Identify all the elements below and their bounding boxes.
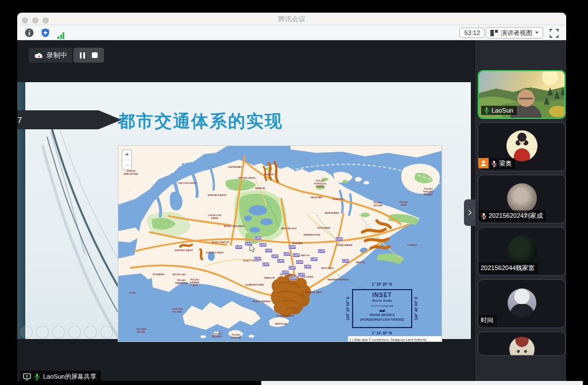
pause-recording-button[interactable]	[80, 52, 85, 59]
erp-gantry-marker: ERP	[271, 254, 279, 259]
inset-lat-top: 1° 29' 30" N	[372, 282, 392, 286]
attribution-text: | Map data © contributors, Singapore Lan…	[353, 338, 427, 341]
slide-nav-control[interactable]	[52, 326, 65, 338]
erp-gantry-marker: ERP	[289, 276, 297, 280]
participant-tile[interactable]: 2021562024刘家成	[478, 175, 566, 224]
recording-status: 录制中	[29, 48, 72, 63]
recording-label: 录制中	[47, 51, 67, 60]
slide-nav-control[interactable]	[36, 326, 49, 338]
map-inset-box: INSET Not to Scale SOUTH CHINA SEA PEDRA…	[352, 289, 412, 328]
slide-nav-control[interactable]	[68, 326, 81, 338]
participant-avatar	[509, 337, 535, 356]
security-shield-icon[interactable]	[40, 28, 51, 38]
erp-gantry-marker: ERP	[262, 262, 270, 267]
erp-gantry-marker: ERP	[292, 253, 300, 257]
map-place-label: BUKIT TIMAH	[243, 260, 260, 263]
participant-name-chip: 2021562024刘家成	[478, 210, 546, 221]
desktop-background: 腾讯会议 53:12 演讲者视图	[0, 0, 588, 385]
participant-name: LaoSun	[492, 107, 513, 114]
erp-gantry-marker: ERP	[259, 242, 267, 247]
chevron-down-icon	[535, 32, 539, 34]
slide-nav-control[interactable]	[84, 326, 97, 338]
zoom-out-button[interactable]: −	[122, 160, 131, 170]
handle-grip-line	[474, 207, 475, 218]
map-place-label: PULAU UBIN	[399, 201, 408, 207]
participant-avatar	[507, 183, 537, 213]
erp-gantry-marker: ERP	[310, 257, 318, 261]
screen-share-text: LaoSun的屏幕共享	[43, 372, 96, 381]
map-place-label: BISHAN	[293, 242, 303, 245]
meeting-window: 腾讯会议 53:12 演讲者视图	[17, 13, 566, 381]
map-place-label: CHANGI	[407, 244, 417, 247]
participant-tile[interactable]	[478, 332, 566, 356]
panel-collapse-handle[interactable]	[464, 199, 475, 226]
participant-avatar	[506, 130, 537, 161]
map-place-label: PULAU SAMULUN	[175, 279, 188, 285]
participant-name-chip: 2021562044魏家富	[478, 263, 538, 274]
erp-gantry-marker: ERP	[318, 249, 326, 253]
stop-recording-button[interactable]	[92, 52, 98, 58]
singapore-map[interactable]: JOHOR (MALAYSIA)LIM CHU KANGSUNGEI KADUT…	[118, 145, 442, 342]
participant-tile[interactable]: 时间	[478, 279, 566, 328]
pedra-branca-island-shape	[379, 309, 386, 312]
map-place-label: BUKIT MERAH	[253, 301, 271, 303]
map-place-label: SUNGEI KADUT	[207, 194, 226, 197]
map-place-label: HOUGANG	[318, 227, 331, 230]
erp-gantry-marker: ERP	[283, 252, 291, 256]
participant-tile[interactable]: LaoSun	[478, 70, 566, 119]
inset-title: INSET	[353, 292, 411, 298]
map-place-label: MARINE EAST	[305, 291, 323, 294]
fullscreen-icon[interactable]	[549, 28, 559, 38]
map-place-label: JOHOR (MALAYSIA)	[123, 170, 138, 176]
erp-gantry-marker: ERP	[335, 237, 343, 241]
participant-name: 2021562044魏家富	[481, 264, 535, 272]
erp-gantry-marker: ERP	[288, 245, 296, 249]
slide-nav-controls	[20, 326, 113, 338]
erp-gantry-marker: ERP	[304, 264, 312, 269]
meeting-info-icon[interactable]	[24, 28, 34, 38]
erp-gantry-marker: ERP	[245, 241, 253, 246]
participant-avatar	[507, 235, 537, 265]
map-place-label: BUKIT BATOK	[212, 241, 229, 244]
participant-avatar	[508, 288, 536, 317]
map-place-label: NEWTON	[280, 274, 291, 276]
map-place-label: SENTOSA	[274, 323, 287, 326]
map-place-label: BOON LAY	[173, 274, 186, 276]
view-mode-dropdown[interactable]: 演讲者视图	[486, 27, 543, 38]
mic-on-icon	[34, 373, 40, 380]
map-place-label: SULTAN SHOAL	[136, 328, 146, 334]
shared-screen: 27 都市交通体系的实现	[17, 82, 471, 339]
map-place-label: TOA PAYOH	[295, 255, 309, 257]
mic-muted-icon	[481, 213, 487, 220]
participant-tile[interactable]: 梁奥	[478, 122, 566, 171]
inset-sea-label: SOUTH CHINA SEA	[365, 305, 400, 307]
map-place-label: PIONEER	[153, 274, 164, 276]
map-place-label: PAYA LEBAR	[336, 244, 352, 247]
zoom-in-button[interactable]: +	[122, 150, 131, 160]
map-place-label: JURONG ISLAND	[172, 308, 183, 314]
map-place-label: PULAU DAMAR LAUT	[190, 279, 199, 287]
slide-number: 27	[17, 115, 22, 125]
participant-tile[interactable]: 2021562044魏家富	[478, 227, 566, 276]
map-place-label: SELETAR	[311, 197, 322, 199]
map-place-label: ANG MO KIO	[281, 228, 296, 230]
slide-nav-control[interactable]	[100, 326, 113, 338]
view-mode-label: 演讲者视图	[501, 29, 532, 37]
map-attribution: | Map data © contributors, Singapore Lan…	[348, 336, 442, 342]
map-place-label: BUKIT PANJANG	[224, 225, 245, 228]
inset-lat-bottom: 1° 14' 30" N	[372, 331, 392, 335]
recording-controls	[74, 48, 104, 63]
window-title: 腾讯会议	[17, 13, 566, 25]
erp-gantry-marker: ERP	[277, 259, 285, 263]
participant-name: 时间	[481, 316, 493, 325]
map-place-label: TUAS	[129, 292, 136, 295]
inset-lon-left: 104° 20' 00" E	[346, 297, 350, 321]
inset-island-label: PEDRA BRANCA	[359, 313, 405, 317]
erp-gantry-marker: ERP	[342, 259, 350, 263]
map-place-label: PULAU TEKONG BESAR	[423, 188, 434, 197]
slide-nav-control[interactable]	[20, 326, 33, 338]
map-place-label: LIM CHU KANG	[178, 182, 197, 185]
map-place-label: KALLANG	[301, 276, 314, 279]
map-place-label: WOODLANDS	[238, 177, 255, 180]
meeting-timer: 53:12	[459, 28, 485, 38]
